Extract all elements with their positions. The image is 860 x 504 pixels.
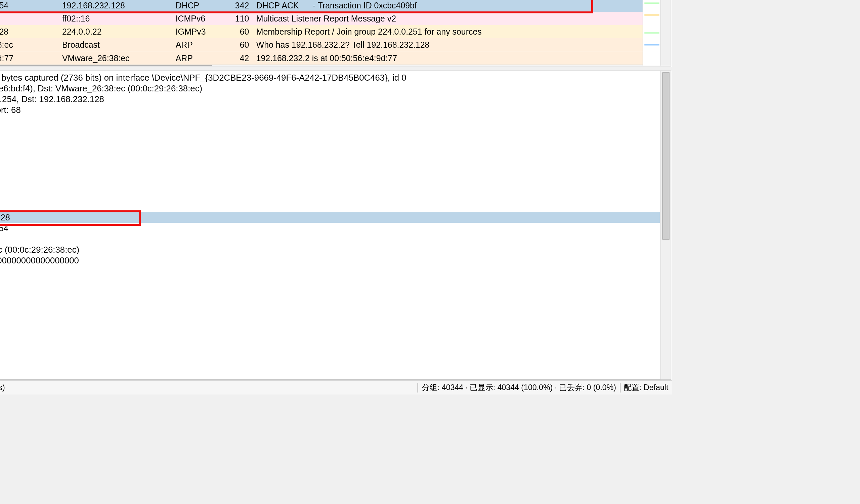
detail-line[interactable]: >Ethernet II, Src: VMware_e6:bd:f4 (00:5… <box>0 83 660 94</box>
detail-line[interactable]: vDynamic Host Configuration Protocol (AC… <box>0 115 660 126</box>
detail-line[interactable]: Hardware type: Ethernet (0x01) <box>0 137 660 147</box>
statusbar: Your (client) IP address (dhcp.ip.your),… <box>0 380 672 394</box>
packet-details-pane[interactable]: >Frame 13: 342 bytes on wire (2736 bits)… <box>0 71 660 379</box>
detail-line[interactable]: Your (client) IP address: 192.168.232.12… <box>0 212 660 223</box>
details-vscrollbar[interactable] <box>660 71 671 379</box>
detail-line[interactable]: >User Datagram Protocol, Src Port: 67, D… <box>0 104 660 115</box>
detail-line[interactable]: Client MAC address: VMware_26:38:ec (00:… <box>0 244 660 255</box>
packet-row[interactable]: 148.244650::ff02::16ICMPv6110Multicast L… <box>0 12 643 25</box>
packet-row[interactable]: 138.230749192.168.232.254192.168.232.128… <box>0 0 643 12</box>
detail-line[interactable]: Client hardware address padding: 0000000… <box>0 255 660 266</box>
detail-line[interactable]: Hops: 0 <box>0 158 660 169</box>
detail-line[interactable]: Next server IP address: 192.168.232.254 <box>0 223 660 233</box>
detail-line[interactable]: Client IP address: 0.0.0.0 <box>0 201 660 212</box>
detail-line[interactable]: Seconds elapsed: 1 <box>0 180 660 190</box>
detail-line[interactable]: >Internet Protocol Version 4, Src: 192.1… <box>0 94 660 104</box>
pane-splitter[interactable] <box>0 67 672 71</box>
detail-line[interactable]: Server host name not given <box>0 266 660 276</box>
status-packet-counts: 分组: 40344 · 已显示: 40344 (100.0%) · 已丢弃: 0… <box>422 382 616 393</box>
packet-row[interactable]: 158.248262192.168.232.128224.0.0.22IGMPv… <box>0 25 643 38</box>
packet-list-vscrollbar[interactable] <box>660 0 671 66</box>
detail-line[interactable]: Hardware address length: 6 <box>0 147 660 158</box>
packet-list-hscrollbar[interactable] <box>0 64 643 66</box>
detail-line[interactable]: Transaction ID: 0xcbc409bf <box>0 169 660 180</box>
detail-line[interactable]: Message type: Boot Reply (2) <box>0 126 660 137</box>
status-field-info: Your (client) IP address (dhcp.ip.your),… <box>0 383 5 392</box>
packet-list-pane: No. Time Source Destination Protocol Len… <box>0 0 671 67</box>
detail-line[interactable]: Boot file name not given <box>0 276 660 287</box>
status-profile[interactable]: 配置: Default <box>624 382 668 393</box>
detail-line[interactable]: >Frame 13: 342 bytes on wire (2736 bits)… <box>0 72 660 83</box>
detail-line[interactable]: Magic cookie: DHCP <box>0 287 660 298</box>
detail-line[interactable]: >Bootp flags: 0x0000 (Unicast) <box>0 190 660 201</box>
packet-row[interactable]: 178.258853VMware_e4:9d:77VMware_26:38:ec… <box>0 52 643 64</box>
packet-list-minimap[interactable] <box>643 0 660 66</box>
packet-row[interactable]: 168.258802VMware_26:38:ecBroadcastARP60W… <box>0 38 643 52</box>
detail-line[interactable]: Relay agent IP address: 0.0.0.0 <box>0 233 660 244</box>
